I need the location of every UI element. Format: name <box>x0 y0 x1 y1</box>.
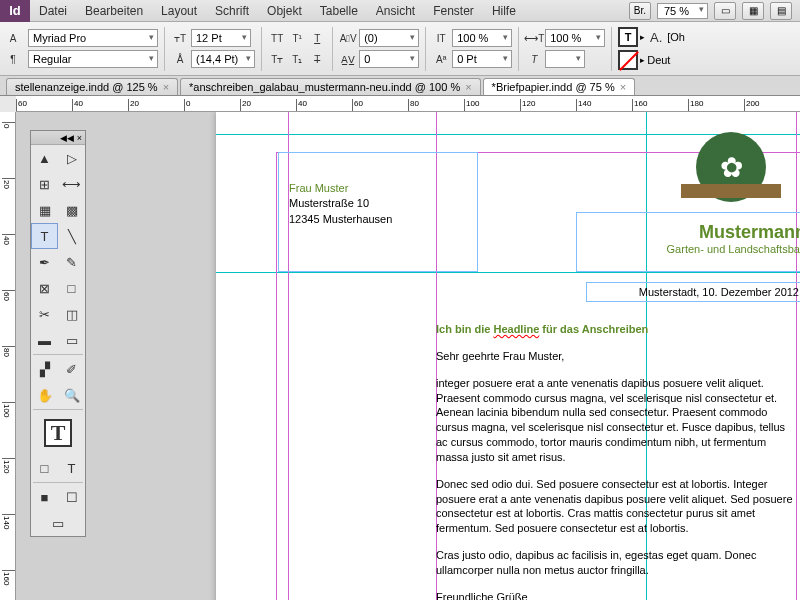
lang-label: [Oh <box>667 31 685 43</box>
strikethrough-icon[interactable]: T <box>308 50 326 68</box>
zoom-dropdown[interactable]: 75 % <box>657 3 708 19</box>
font-style-dropdown[interactable]: Regular <box>28 50 158 68</box>
recipient-name: Frau Muster <box>289 181 467 196</box>
app-logo: Id <box>0 0 30 22</box>
kerning-dropdown[interactable]: (0) <box>359 29 419 47</box>
formatting-text-icon[interactable]: T <box>58 455 85 481</box>
recipient-city: 12345 Musterhausen <box>289 212 467 227</box>
font-family-dropdown[interactable]: Myriad Pro <box>28 29 158 47</box>
superscript-icon[interactable]: T¹ <box>288 29 306 47</box>
free-transform-tool[interactable]: ◫ <box>58 301 85 327</box>
menu-window[interactable]: Fenster <box>424 4 483 18</box>
apply-none-icon[interactable]: ☐ <box>58 484 85 510</box>
skew-icon: T <box>525 50 543 68</box>
tab-doc-3[interactable]: *Briefpapier.indd @ 75 %× <box>483 78 636 95</box>
canvas[interactable]: Frau Muster Musterstraße 10 12345 Muster… <box>16 112 800 600</box>
baseline-dropdown[interactable]: 0 Pt <box>452 50 512 68</box>
line-tool[interactable]: ╲ <box>58 223 85 249</box>
page-tool[interactable]: ⊞ <box>31 171 58 197</box>
menu-table[interactable]: Tabelle <box>311 4 367 18</box>
company-tagline: Garten- und Landschaftsbau <box>566 243 800 255</box>
formatting-container-icon[interactable]: □ <box>31 455 58 481</box>
recipient-street: Musterstraße 10 <box>289 196 467 211</box>
leading-icon: Å <box>171 50 189 68</box>
para-mode-icon[interactable]: ¶ <box>4 50 22 68</box>
body-text-frame[interactable]: Ich bin die Headline für das Anschreiben… <box>436 322 796 600</box>
skew-dropdown[interactable] <box>545 50 585 68</box>
charstyle-icon[interactable]: A. <box>647 28 665 46</box>
address-text-frame[interactable]: Frau Muster Musterstraße 10 12345 Muster… <box>278 152 478 272</box>
content-placer-tool[interactable]: ▩ <box>58 197 85 223</box>
language-dropdown[interactable]: Deut <box>647 54 670 66</box>
close-icon[interactable]: × <box>77 133 82 143</box>
selection-tool[interactable]: ▲ <box>31 145 58 171</box>
close-icon[interactable]: × <box>620 81 626 93</box>
arrange-docs-icon[interactable]: ▤ <box>770 2 792 20</box>
menu-layout[interactable]: Layout <box>152 4 206 18</box>
hand-tool[interactable]: ✋ <box>31 382 58 408</box>
menu-edit[interactable]: Bearbeiten <box>76 4 152 18</box>
zoom-tool[interactable]: 🔍 <box>58 382 85 408</box>
bridge-button[interactable]: Br. <box>629 2 651 20</box>
menu-help[interactable]: Hilfe <box>483 4 525 18</box>
paragraph-1: integer posuere erat a ante venenatis da… <box>436 376 796 465</box>
gradient-feather-tool[interactable]: ▭ <box>58 327 85 353</box>
pen-tool[interactable]: ✒ <box>31 249 58 275</box>
screen-mode-icon[interactable]: ▭ <box>714 2 736 20</box>
logo-banner <box>681 184 781 198</box>
collapse-icon[interactable]: ◀◀ <box>60 133 74 143</box>
paragraph-3: Cras justo odio, dapibus ac facilisis in… <box>436 548 796 578</box>
leading-dropdown[interactable]: (14,4 Pt) <box>191 50 255 68</box>
hscale-icon: ⟷T <box>525 29 543 47</box>
control-bar: A ¶ Myriad Pro Regular ᴛT12 Pt Å(14,4 Pt… <box>0 22 800 76</box>
date-text-frame[interactable]: Musterstadt, 10. Dezember 2012 <box>586 282 800 302</box>
view-options-icon[interactable]: ▦ <box>742 2 764 20</box>
note-tool[interactable]: ▞ <box>31 356 58 382</box>
rectangle-frame-tool[interactable]: ⊠ <box>31 275 58 301</box>
direct-selection-tool[interactable]: ▷ <box>58 145 85 171</box>
view-mode-button[interactable]: ▭ <box>31 510 85 536</box>
ruler-horizontal[interactable]: 60 40 20 0 20 40 60 80 100 120 140 160 1… <box>16 96 800 112</box>
subscript-icon[interactable]: T₁ <box>288 50 306 68</box>
closing: Freundliche Grüße <box>436 590 796 600</box>
fill-stroke-swap[interactable]: T <box>31 411 85 455</box>
menu-file[interactable]: Datei <box>30 4 76 18</box>
vscale-dropdown[interactable]: 100 % <box>452 29 512 47</box>
document-tabs: stellenanzeige.indd @ 125 %× *anschreibe… <box>0 76 800 96</box>
tab-doc-2[interactable]: *anschreiben_galabau_mustermann-neu.indd… <box>180 78 481 95</box>
company-name: Mustermann <box>566 222 800 243</box>
menu-object[interactable]: Objekt <box>258 4 311 18</box>
smallcaps-icon[interactable]: Tᴛ <box>268 50 286 68</box>
page[interactable]: Frau Muster Musterstraße 10 12345 Muster… <box>216 112 800 600</box>
paragraph-2: Donec sed odio dui. Sed posuere consecte… <box>436 477 796 536</box>
ruler-vertical[interactable]: 0 20 40 60 80 100 120 140 160 <box>0 112 16 600</box>
gap-tool[interactable]: ⟷ <box>58 171 85 197</box>
eyedropper-tool[interactable]: ✐ <box>58 356 85 382</box>
kerning-icon: AͮV <box>339 29 357 47</box>
tab-doc-1[interactable]: stellenanzeige.indd @ 125 %× <box>6 78 178 95</box>
pencil-tool[interactable]: ✎ <box>58 249 85 275</box>
menu-view[interactable]: Ansicht <box>367 4 424 18</box>
char-mode-icon[interactable]: A <box>4 29 22 47</box>
font-size-dropdown[interactable]: 12 Pt <box>191 29 251 47</box>
stroke-swatch[interactable] <box>618 50 638 70</box>
close-icon[interactable]: × <box>465 81 471 93</box>
underline-icon[interactable]: T <box>308 29 326 47</box>
scissors-tool[interactable]: ✂ <box>31 301 58 327</box>
allcaps-icon[interactable]: TT <box>268 29 286 47</box>
apply-color-icon[interactable]: ■ <box>31 484 58 510</box>
font-size-icon: ᴛT <box>171 29 189 47</box>
panel-header[interactable]: ◀◀ × <box>31 131 85 145</box>
gradient-swatch-tool[interactable]: ▬ <box>31 327 58 353</box>
tools-panel[interactable]: ◀◀ × ▲ ▷ ⊞ ⟷ ▦ ▩ T ╲ ✒ ✎ ⊠ □ ✂ ◫ ▬ ▭ ▞ ✐… <box>30 130 86 537</box>
type-tool[interactable]: T <box>31 223 58 249</box>
content-collector-tool[interactable]: ▦ <box>31 197 58 223</box>
close-icon[interactable]: × <box>163 81 169 93</box>
fill-swatch[interactable]: T <box>618 27 638 47</box>
hscale-dropdown[interactable]: 100 % <box>545 29 605 47</box>
rectangle-tool[interactable]: □ <box>58 275 85 301</box>
menu-type[interactable]: Schrift <box>206 4 258 18</box>
tracking-dropdown[interactable]: 0 <box>359 50 419 68</box>
greeting: Sehr geehrte Frau Muster, <box>436 349 796 364</box>
headline: Ich bin die Headline für das Anschreiben <box>436 322 796 337</box>
